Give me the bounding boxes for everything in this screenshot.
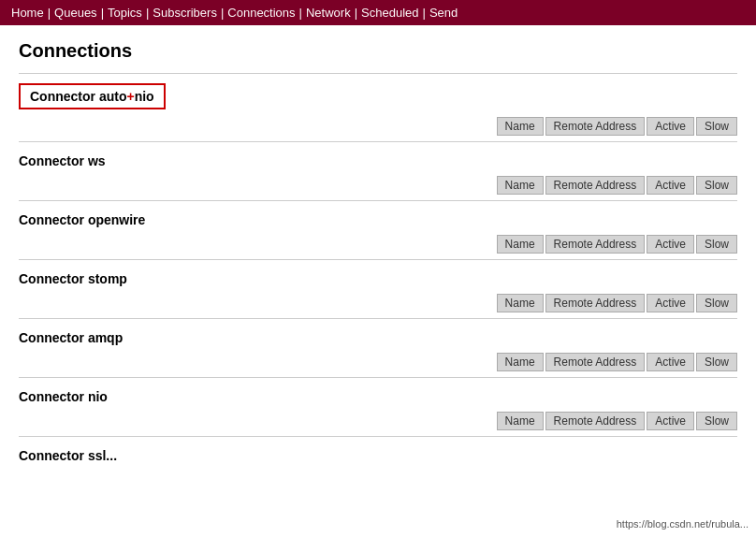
col-name-openwire: Name: [497, 235, 544, 254]
connector-table-header-ws: Name Remote Address Active Slow: [19, 176, 737, 201]
col-remote-openwire: Remote Address: [545, 235, 646, 254]
nav-sep-5: |: [299, 6, 302, 20]
page-title: Connections: [19, 40, 737, 62]
col-slow-openwire: Slow: [696, 235, 737, 254]
col-slow-ws: Slow: [696, 176, 737, 195]
connector-table-header-amqp: Name Remote Address Active Slow: [19, 353, 737, 378]
col-remote-amqp: Remote Address: [545, 353, 646, 371]
connector-table-header-openwire: Name Remote Address Active Slow: [19, 235, 737, 260]
title-divider: [19, 73, 737, 74]
connector-label-prefix: Connector auto: [30, 89, 126, 104]
col-remote-ws: Remote Address: [545, 176, 646, 195]
main-content: Connections Connector auto+nio Name Remo…: [0, 25, 756, 486]
connector-block-nio: Connector nio Name Remote Address Active…: [19, 385, 737, 437]
col-remote-stomp: Remote Address: [545, 294, 646, 312]
col-name-nio: Name: [497, 412, 544, 430]
nav-sep-2: |: [101, 6, 104, 20]
nav-sep-6: |: [355, 6, 357, 20]
col-active-stomp: Active: [647, 294, 694, 312]
col-slow-nio: Slow: [696, 412, 737, 430]
nav-sep-1: |: [48, 6, 51, 20]
col-slow-stomp: Slow: [696, 294, 737, 312]
connector-title-stomp: Connector stomp: [19, 268, 737, 286]
connector-table-header-nio: Name Remote Address Active Slow: [19, 412, 737, 437]
nav-topics[interactable]: Topics: [108, 6, 142, 20]
connector-header-auto-nio[interactable]: Connector auto+nio: [19, 83, 166, 109]
nav-queues[interactable]: Queues: [54, 6, 97, 20]
col-active-openwire: Active: [647, 235, 694, 254]
connector-title-amqp: Connector amqp: [19, 327, 737, 345]
nav-sep-3: |: [146, 6, 149, 20]
connector-table-header-auto-nio: Name Remote Address Active Slow: [19, 117, 737, 142]
connector-title-nio: Connector nio: [19, 385, 737, 404]
connector-block-stomp: Connector stomp Name Remote Address Acti…: [19, 268, 737, 319]
nav-connections[interactable]: Connections: [227, 6, 295, 20]
nav-scheduled[interactable]: Scheduled: [361, 6, 418, 20]
col-active-nio: Active: [647, 412, 694, 430]
connector-table-header-stomp: Name Remote Address Active Slow: [19, 294, 737, 319]
connector-title-ws: Connector ws: [19, 150, 737, 168]
connector-block-openwire: Connector openwire Name Remote Address A…: [19, 209, 737, 260]
col-name-auto-nio: Name: [497, 117, 544, 136]
col-remote-auto-nio: Remote Address: [545, 117, 646, 136]
connector-label-plus: +: [126, 89, 134, 104]
nav-home[interactable]: Home: [11, 6, 44, 20]
col-slow-amqp: Slow: [696, 353, 737, 371]
col-name-amqp: Name: [497, 353, 544, 371]
nav-network[interactable]: Network: [306, 6, 351, 20]
col-active-amqp: Active: [647, 353, 694, 371]
col-slow-auto-nio: Slow: [696, 117, 737, 136]
connector-label-suffix: nio: [135, 89, 154, 104]
col-remote-nio: Remote Address: [545, 412, 646, 430]
connector-title-openwire: Connector openwire: [19, 209, 737, 227]
nav-subscribers[interactable]: Subscribers: [153, 6, 217, 20]
connector-block-ws: Connector ws Name Remote Address Active …: [19, 150, 737, 201]
connector-block-auto-nio: Connector auto+nio Name Remote Address A…: [19, 83, 737, 142]
col-name-stomp: Name: [497, 294, 544, 312]
connector-title-ssl: Connector ssl...: [19, 444, 737, 463]
nav-sep-7: |: [423, 6, 426, 20]
connector-block-amqp: Connector amqp Name Remote Address Activ…: [19, 327, 737, 378]
col-active-ws: Active: [647, 176, 694, 195]
navbar: Home | Queues | Topics | Subscribers | C…: [0, 0, 756, 25]
nav-sep-4: |: [221, 6, 224, 20]
col-active-auto-nio: Active: [647, 117, 694, 136]
nav-send[interactable]: Send: [429, 6, 458, 20]
connector-block-ssl: Connector ssl...: [19, 444, 737, 463]
col-name-ws: Name: [497, 176, 544, 195]
